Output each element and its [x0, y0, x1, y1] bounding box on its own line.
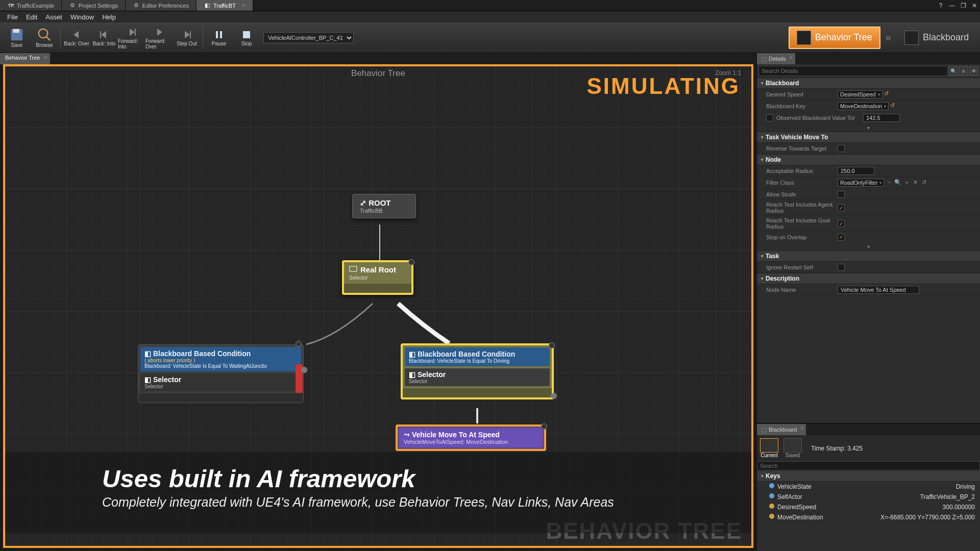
forward-over-button[interactable]: Forward: Over	[145, 23, 173, 52]
bt-mode-icon	[797, 31, 811, 45]
reset2-icon[interactable]: ↺	[920, 179, 927, 186]
mode-behavior-tree[interactable]: Behavior Tree	[789, 27, 880, 49]
eye-icon[interactable]: 👁	[969, 66, 978, 76]
reach-agent-check[interactable]: ✓	[838, 204, 845, 211]
filter-icon[interactable]: ≡	[959, 66, 968, 76]
mode-blackboard[interactable]: Blackboard	[896, 27, 977, 49]
gear-icon: ⚙	[133, 2, 140, 9]
minimize-icon[interactable]: —	[946, 0, 958, 11]
node-root[interactable]: ⤢ ROOT TrafficBB	[352, 194, 416, 218]
svg-rect-11	[190, 31, 191, 38]
menu-window[interactable]: Window	[67, 12, 97, 22]
expand-chevron[interactable]: ▾	[757, 124, 980, 132]
section-blackboard[interactable]: Blackboard	[757, 78, 980, 89]
bbkey-dd[interactable]: MoveDestination	[838, 102, 889, 110]
close-icon[interactable]: ✕	[43, 55, 47, 60]
bb-key-row[interactable]: VehicleStateDriving	[757, 482, 980, 492]
menu-asset[interactable]: Asset	[42, 12, 65, 22]
strafe-check[interactable]	[838, 191, 845, 198]
reset-icon[interactable]: ↺	[884, 90, 889, 98]
node-left-composite[interactable]: ◧ Blackboard Based Condition ( aborts lo…	[138, 344, 304, 403]
details-tab[interactable]: ⬚ Details✕	[757, 53, 795, 64]
reset-icon[interactable]: ↺	[890, 102, 895, 110]
bb-current-icon	[760, 438, 778, 453]
bb-key-row[interactable]: DesiredSpeed300.000000	[757, 502, 980, 512]
ignore-restart-check[interactable]	[838, 264, 845, 271]
browse-icon[interactable]: 🔍	[894, 179, 901, 186]
goto-icon[interactable]: ←	[886, 179, 893, 186]
svg-rect-14	[243, 31, 250, 38]
menu-file[interactable]: File	[4, 12, 21, 22]
save-button[interactable]: Save	[3, 23, 31, 52]
back-over-button[interactable]: Back: Over	[63, 23, 90, 52]
bb-search[interactable]	[757, 461, 980, 470]
timestamp: Time Stamp: 3.425	[811, 445, 863, 452]
details-search[interactable]	[758, 66, 948, 76]
svg-line-3	[46, 37, 51, 41]
debug-target-select[interactable]: VehicleAIController_BP_C_41	[263, 32, 354, 43]
expand-chevron[interactable]: ▾	[757, 243, 980, 251]
step-out-button[interactable]: Step Out	[173, 23, 201, 52]
badge	[551, 393, 557, 399]
reverse-check[interactable]	[838, 145, 845, 152]
svg-marker-10	[185, 31, 190, 38]
section-task-move[interactable]: Task Vehicle Move To	[757, 132, 980, 143]
obs-tol-check[interactable]	[766, 114, 773, 121]
section-task[interactable]: Task	[757, 251, 980, 262]
search-icon[interactable]: 🔍	[949, 66, 958, 76]
graph-tab[interactable]: Behavior Tree✕	[0, 53, 50, 64]
tab-level[interactable]: 🗺TrafficExample	[0, 0, 62, 11]
overlay-caption: Uses built in AI framework Completely in…	[5, 452, 751, 533]
pause-button[interactable]: Pause	[205, 23, 233, 52]
window-controls: ? — ❐ ✕	[935, 0, 980, 11]
bt-icon: ◧	[204, 2, 211, 9]
bb-key-row[interactable]: SelfActorTrafficVehicle_BP_2	[757, 492, 980, 502]
stop-button[interactable]: Stop	[233, 23, 260, 52]
node-name-field[interactable]	[838, 286, 919, 294]
help-icon[interactable]: ?	[935, 0, 946, 11]
node-real-root[interactable]: Real Root Selector	[342, 260, 413, 295]
blackboard-tab[interactable]: ⬚ Blackboard✕	[757, 424, 806, 435]
bb-mode-icon	[904, 31, 919, 45]
tab-editor-prefs[interactable]: ⚙Editor Preferences	[126, 0, 197, 11]
bt-canvas[interactable]: Behavior Tree SIMULATING Zoom 1:1 ⤢ ROOT…	[3, 64, 753, 548]
menu-edit[interactable]: Edit	[23, 12, 40, 22]
tab-trafficbt[interactable]: ◧TrafficBT✕	[197, 0, 253, 11]
close-window-icon[interactable]: ✕	[969, 0, 980, 11]
section-node[interactable]: Node	[757, 154, 980, 165]
filter-class-dd[interactable]: RoadOnlyFilter	[838, 179, 884, 187]
stop-overlap-check[interactable]: ✓	[838, 234, 845, 241]
bb-key-row[interactable]: MoveDestinationX=-6685.000 Y=7790.000 Z=…	[757, 512, 980, 522]
zoom-label: Zoom 1:1	[715, 69, 741, 77]
node-right-composite[interactable]: ◧ Blackboard Based Condition Blackboard:…	[401, 343, 554, 399]
back-into-button[interactable]: Back: Into	[90, 23, 118, 52]
acc-radius-field[interactable]: 250.0	[838, 167, 874, 175]
section-description[interactable]: Description	[757, 273, 980, 284]
svg-marker-7	[130, 29, 135, 36]
tab-project-settings[interactable]: ⚙Project Settings	[62, 0, 126, 11]
menu-help[interactable]: Help	[99, 12, 119, 22]
svg-marker-4	[74, 31, 79, 38]
browse-button[interactable]: Browse	[31, 23, 58, 52]
keys-header[interactable]: Keys	[757, 470, 980, 482]
svg-rect-8	[135, 29, 136, 36]
desired-speed-dd[interactable]: DesiredSpeed	[838, 90, 883, 98]
close-icon[interactable]: ✕	[241, 3, 246, 8]
reach-goal-check[interactable]: ✓	[838, 220, 845, 227]
close-icon[interactable]: ✕	[800, 425, 804, 431]
svg-rect-12	[216, 31, 218, 38]
add-icon[interactable]: ＋	[903, 179, 910, 186]
node-index	[408, 259, 414, 265]
bb-saved-mode[interactable]: Saved	[783, 438, 802, 458]
close-icon[interactable]: ✕	[789, 55, 793, 60]
obs-tol-field[interactable]: 142.5	[863, 114, 900, 122]
badge	[301, 367, 307, 373]
node-task-move[interactable]: ⤳ Vehicle Move To At Speed VehicleMoveTo…	[396, 424, 546, 451]
forward-into-button[interactable]: Forward: Into	[118, 23, 145, 52]
svg-rect-6	[100, 31, 101, 38]
bb-current-mode[interactable]: Current	[760, 438, 778, 458]
bb-saved-icon	[783, 438, 802, 453]
gear-icon: ⚙	[69, 2, 76, 9]
maximize-icon[interactable]: ❐	[958, 0, 969, 11]
clear-icon[interactable]: ✕	[912, 179, 919, 186]
